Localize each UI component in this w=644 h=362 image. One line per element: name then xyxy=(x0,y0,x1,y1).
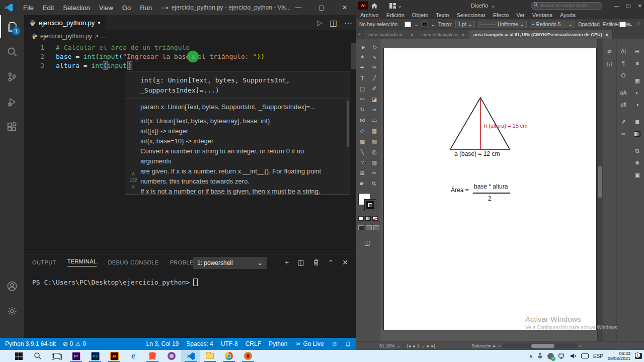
stroke-color-swatch[interactable] xyxy=(364,199,376,211)
paragraph-styles-panel-icon[interactable]: a¶ xyxy=(617,99,629,111)
opentype-panel-icon[interactable]: O xyxy=(617,69,629,81)
taskbar-vscode[interactable] xyxy=(181,350,200,362)
character-panel-icon[interactable]: A| xyxy=(617,45,629,57)
maximize-button[interactable]: ▢ xyxy=(310,0,333,15)
terminal-content[interactable]: PS C:\Users\PC\Desktop\ejercicio_python> xyxy=(32,279,198,286)
close-tab-icon[interactable]: ✕ xyxy=(461,33,465,37)
indentation-status[interactable]: Spaces: 4 xyxy=(186,340,213,347)
maximize-button[interactable]: ▢ xyxy=(626,3,630,9)
artboards-panel-icon[interactable]: ▣ xyxy=(631,169,643,181)
signature-prev-icon[interactable]: ∧ xyxy=(127,170,139,177)
menu-seleccionar[interactable]: Seleccionar xyxy=(456,12,485,18)
taskbar-photoshop[interactable]: Ps xyxy=(86,350,105,362)
glyphs-panel-icon[interactable]: aA xyxy=(617,86,629,99)
doc-tab-cuadrado[interactable]: area cuadrado.ai ... ✕ xyxy=(364,30,418,39)
split-editor-icon[interactable]: ◫ xyxy=(330,18,337,28)
magic-wand-tool[interactable]: ✶ xyxy=(356,52,368,62)
taskbar-app-hand[interactable] xyxy=(238,350,258,362)
arrange-icon[interactable]: ▤ xyxy=(625,21,630,28)
tab-ejercicio-python[interactable]: ejercicio_python.py ● xyxy=(24,15,106,30)
kill-terminal-icon[interactable] xyxy=(313,259,319,266)
blend-tool[interactable]: ◎ xyxy=(368,147,380,157)
appearance-panel-icon[interactable]: ⧉ xyxy=(631,145,643,157)
paintbrush-tool[interactable]: ✐ xyxy=(368,83,380,94)
minimize-button[interactable]: — xyxy=(614,3,619,9)
doc-tab-triangulo[interactable]: area triangulo.ai al 81,18% (CMYK/Previs… xyxy=(469,30,613,39)
tray-expand-icon[interactable]: ∧ xyxy=(529,353,533,359)
menu-selection[interactable]: Selection xyxy=(58,4,94,12)
line-segment-tool[interactable]: ╱ xyxy=(368,73,380,83)
menu-run[interactable]: Run xyxy=(135,4,156,12)
curvature-tool[interactable]: ✑ xyxy=(368,62,380,73)
notifications-bell-icon[interactable] xyxy=(345,341,351,347)
shell-selector[interactable]: 1: powershell ⌄ xyxy=(193,257,267,269)
width-tool[interactable]: ⋈ xyxy=(356,115,368,126)
layers-panel-icon[interactable]: ❖ xyxy=(631,157,643,169)
close-button[interactable]: ✕ xyxy=(333,0,356,15)
menu-archivo[interactable]: Archivo xyxy=(360,12,379,18)
menu-edit[interactable]: Edit xyxy=(38,4,58,12)
language-indicator[interactable]: ESP xyxy=(593,353,603,359)
more-actions-icon[interactable]: ⋯ xyxy=(344,18,352,28)
stroke-weight-select[interactable]: 1 pt ⌄ xyxy=(455,21,475,28)
breadcrumb-more[interactable]: ... xyxy=(102,33,107,40)
draw-normal-mode[interactable] xyxy=(358,225,364,230)
fill-stroke-indicator[interactable] xyxy=(358,193,378,213)
network-icon[interactable] xyxy=(558,353,566,359)
search-icon[interactable] xyxy=(0,40,24,63)
home-icon[interactable] xyxy=(371,3,377,9)
signature-next-icon[interactable]: ∨ xyxy=(127,184,139,190)
problems-status[interactable]: ⊘ 0 ⚠ 0 xyxy=(63,340,86,347)
close-panel-icon[interactable]: ✕ xyxy=(342,258,348,266)
menu-ventana[interactable]: Ventana xyxy=(532,12,552,18)
clock[interactable]: 06:33 06/02/2021 xyxy=(608,351,630,361)
vertical-scrollbar[interactable] xyxy=(597,39,602,341)
panel-menu-icon[interactable]: ≣ xyxy=(636,21,641,28)
horizontal-scrollbar[interactable] xyxy=(502,343,578,348)
run-debug-icon[interactable] xyxy=(0,90,24,114)
libraries-panel-icon[interactable]: ⧉ xyxy=(603,45,615,57)
color-panel-icon[interactable]: ◐ xyxy=(631,86,643,99)
menu-file[interactable]: File xyxy=(19,4,38,12)
opacity-label[interactable]: Opacidad xyxy=(578,22,600,27)
go-live-button[interactable]: Go Live xyxy=(295,340,324,347)
collapse-icon[interactable]: « xyxy=(358,32,361,37)
chevron-down-icon[interactable]: ⌄ xyxy=(431,22,435,27)
stroke-label[interactable]: Trazo: xyxy=(438,22,452,27)
color-guide-panel-icon[interactable]: ◑ xyxy=(631,99,643,111)
links-panel-icon[interactable]: ∞ xyxy=(617,128,629,140)
taskbar-file-explorer[interactable] xyxy=(200,350,219,362)
screen-mode-icon[interactable]: ◫ xyxy=(364,239,370,246)
task-view-button[interactable] xyxy=(47,350,66,362)
taskbar-edge[interactable]: e xyxy=(124,350,143,362)
type-tool[interactable]: T xyxy=(356,73,368,83)
microphone-icon[interactable] xyxy=(537,353,543,359)
taskbar-search-button[interactable] xyxy=(28,350,47,362)
free-transform-tool[interactable]: ▭ xyxy=(368,115,380,126)
menu-texto[interactable]: Texto xyxy=(436,12,449,18)
gradient-tool[interactable]: ▧ xyxy=(368,136,380,147)
taskbar-tor[interactable] xyxy=(162,350,181,362)
stroke-panel-icon[interactable]: ≣ xyxy=(631,116,643,128)
scrollbar-thumb[interactable] xyxy=(531,344,554,348)
chevron-down-icon[interactable]: ⌄ xyxy=(414,22,418,27)
color-button[interactable] xyxy=(358,216,364,221)
panel-tab-debug-console[interactable]: DEBUG CONSOLE xyxy=(108,259,158,265)
menu-ver[interactable]: Ver xyxy=(516,12,525,18)
shape-builder-tool[interactable]: ◇ xyxy=(356,126,368,136)
scale-tool[interactable]: ▱ xyxy=(368,105,380,115)
zoom-level-select[interactable]: 81,18% ⌄ xyxy=(376,341,404,350)
menu-edicion[interactable]: Edición xyxy=(386,12,405,18)
rectangle-tool[interactable]: ▢ xyxy=(356,83,368,94)
scroll-left-icon[interactable]: ‹ xyxy=(499,343,500,348)
tab-dirty-dot[interactable]: ● xyxy=(98,20,100,25)
close-button[interactable]: ✕ xyxy=(638,3,642,9)
mesh-tool[interactable]: ▩ xyxy=(356,136,368,147)
next-artboard-icon[interactable]: ▸ xyxy=(427,343,430,348)
eol-status[interactable]: CRLF xyxy=(246,340,261,347)
python-interpreter-status[interactable]: Python 3.9.1 64-bit xyxy=(5,340,56,347)
eyedropper-tool[interactable]: ╲ xyxy=(356,147,368,157)
symbols-panel-icon[interactable]: ◲ xyxy=(603,57,615,69)
doc-tab-rectangulo[interactable]: area rectangulo.ai ✕ xyxy=(418,30,469,39)
draw-behind-mode[interactable] xyxy=(366,225,372,230)
